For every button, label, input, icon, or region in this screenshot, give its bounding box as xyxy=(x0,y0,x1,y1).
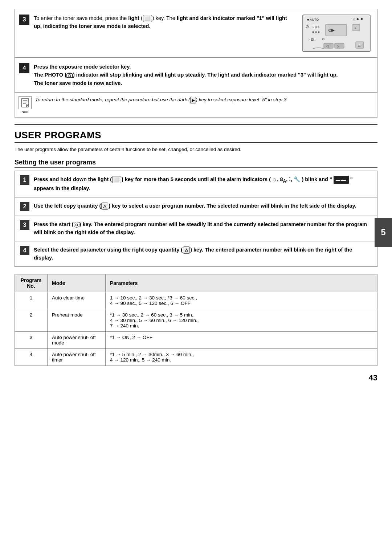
svg-text:▷: ▷ xyxy=(337,44,339,48)
dark-key: ▶ xyxy=(190,97,196,104)
svg-text:⊙: ⊙ xyxy=(306,24,309,29)
page-number: 43 xyxy=(15,373,377,383)
svg-text:△ ◆: △ ◆ xyxy=(353,17,359,21)
top-steps-section: 3 To enter the toner save mode, press th… xyxy=(15,9,377,93)
main-step-4-number: 4 xyxy=(20,246,29,255)
svg-text:⊙: ⊙ xyxy=(322,37,325,41)
step-4-number: 4 xyxy=(19,63,29,73)
note-text: To return to the standard mode, repeat t… xyxy=(35,96,288,103)
table-cell-no-1: 1 xyxy=(15,292,48,309)
svg-text:☼ 🖼: ☼ 🖼 xyxy=(307,37,314,41)
table-row: 2 Preheat mode *1 → 30 sec., 2 → 60 sec.… xyxy=(15,309,377,331)
table-row: 1 Auto clear time 1 → 10 sec., 2 → 30 se… xyxy=(15,292,377,309)
svg-rect-15 xyxy=(335,43,344,48)
svg-text:■ AUTO: ■ AUTO xyxy=(307,18,319,21)
table-cell-mode-1: Auto clear time xyxy=(48,292,106,309)
main-step-1-number: 1 xyxy=(20,175,29,185)
svg-text:● ● ●: ● ● ● xyxy=(312,30,320,34)
svg-text:1 3 5: 1 3 5 xyxy=(312,25,319,29)
table-row: 4 Auto power shut- off timer *1 → 5 min.… xyxy=(15,348,377,366)
light-key-2: ⬜ xyxy=(112,176,121,184)
step-3-text: To enter the toner save mode, press the … xyxy=(34,14,294,30)
svg-text:⊙▶: ⊙▶ xyxy=(328,28,335,32)
step-3-row: 3 To enter the toner save mode, press th… xyxy=(15,9,377,58)
section-desc: The user programs allow the parameters o… xyxy=(15,146,377,153)
svg-text:○: ○ xyxy=(354,26,356,30)
svg-text:■: ■ xyxy=(361,17,363,21)
main-step-1: 1 Press and hold down the light (⬜) key … xyxy=(15,171,377,197)
main-step-2-text: Use the left copy quantity (△) key to se… xyxy=(34,202,356,210)
table-header-mode: Mode xyxy=(48,274,106,292)
svg-point-21 xyxy=(69,75,71,77)
step-4-row: 4 Press the exposure mode selector key. … xyxy=(15,58,377,92)
step-3-bold2: light and dark indicator marked "1" will… xyxy=(34,15,287,29)
table-header-prog: ProgramNo. xyxy=(15,274,48,292)
step-4-line1: Press the exposure mode selector key. xyxy=(34,64,131,70)
note-icon xyxy=(19,96,32,109)
main-step-1-text: Press and hold down the light (⬜) key fo… xyxy=(34,175,372,193)
main-step-3-number: 3 xyxy=(20,220,29,230)
program-table: ProgramNo. Mode Parameters 1 Auto clear … xyxy=(15,274,377,366)
dash-display: ▬▬ xyxy=(334,176,349,184)
table-header-params: Parameters xyxy=(106,274,377,292)
light-key-icon: ⬜ xyxy=(143,15,152,23)
step-3-number: 3 xyxy=(19,15,29,25)
table-cell-no-2: 2 xyxy=(15,309,48,331)
svg-text:◁: ◁ xyxy=(326,44,328,48)
table-cell-mode-2: Preheat mode xyxy=(48,309,106,331)
device-svg: ■ AUTO △ ◆ ■ ⊙ 1 3 5 ● ● ● ⊙▶ ○ ☼ 🖼 xyxy=(302,14,371,52)
table-cell-params-2: *1 → 30 sec., 2 → 60 sec., 3 → 5 min.,4 … xyxy=(106,309,377,331)
main-step-3: 3 Press the start (⊙) key. The entered p… xyxy=(15,216,377,241)
device-panel-image: ■ AUTO △ ◆ ■ ⊙ 1 3 5 ● ● ● ⊙▶ ○ ☼ 🖼 xyxy=(300,14,373,52)
table-cell-mode-3: Auto power shut- off mode xyxy=(48,331,106,348)
section-divider xyxy=(15,124,377,125)
table-header-row: ProgramNo. Mode Parameters xyxy=(15,274,377,292)
table-cell-no-4: 4 xyxy=(15,348,48,366)
start-key-icon: ⊙ xyxy=(74,222,79,228)
table-cell-params-3: *1 → ON, 2 → OFF xyxy=(106,331,377,348)
main-step-3-text: Press the start (⊙) key. The entered pro… xyxy=(34,220,372,237)
note-box: Note To return to the standard mode, rep… xyxy=(15,93,377,118)
subsection-title: Setting the user programs xyxy=(15,159,377,168)
step-4-text: Press the exposure mode selector key. Th… xyxy=(34,63,373,87)
chapter-tab: 5 xyxy=(375,218,392,247)
table-row: 3 Auto power shut- off mode *1 → ON, 2 →… xyxy=(15,331,377,348)
step-4-content: Press the exposure mode selector key. Th… xyxy=(34,63,373,87)
step-3-content: To enter the toner save mode, press the … xyxy=(34,14,294,30)
qty-key-right: △ xyxy=(183,246,190,254)
table-cell-params-1: 1 → 10 sec., 2 → 30 sec., *3 → 60 sec.,4… xyxy=(106,292,377,309)
step-4-line2: The PHOTO () indicator will stop blinkin… xyxy=(34,72,338,78)
svg-rect-13 xyxy=(324,43,333,48)
table-cell-params-4: *1 → 5 min., 2 → 30min., 3 → 60 min.,4 →… xyxy=(106,348,377,366)
step-4-line3: The toner save mode is now active. xyxy=(34,80,122,86)
note-label: Note xyxy=(21,110,28,114)
svg-text:☰: ☰ xyxy=(358,43,361,47)
main-steps-container: 1 Press and hold down the light (⬜) key … xyxy=(15,171,377,267)
main-step-2-number: 2 xyxy=(20,202,29,211)
note-icon-svg xyxy=(20,98,30,108)
qty-key-left: △ xyxy=(101,203,108,210)
section-title: USER PROGRAMS xyxy=(15,130,377,143)
table-cell-no-3: 3 xyxy=(15,331,48,348)
main-step-4: 4 Select the desired parameter using the… xyxy=(15,241,377,266)
main-step-4-text: Select the desired parameter using the r… xyxy=(34,246,372,262)
main-step-2: 2 Use the left copy quantity (△) key to … xyxy=(15,197,377,216)
table-cell-mode-4: Auto power shut- off timer xyxy=(48,348,106,366)
step-3-bold: light xyxy=(128,15,139,21)
